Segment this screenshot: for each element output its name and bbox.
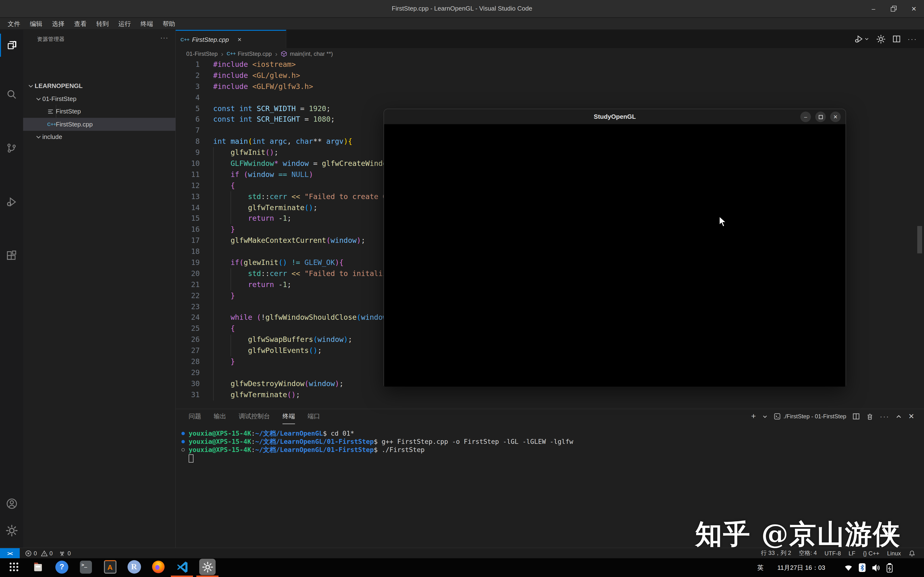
app-grid-icon[interactable]	[7, 560, 21, 574]
code-text	[205, 367, 213, 379]
menu-item[interactable]: 文件	[3, 18, 25, 29]
tree-file-firststep-cpp[interactable]: C++ FirstStep.cpp	[23, 118, 200, 131]
studyopengl-window[interactable]: StudyOpenGL – ✕	[384, 109, 846, 387]
tab-firststep-cpp[interactable]: C++ FirstStep.cpp ×	[176, 30, 286, 48]
run-debug-icon[interactable]	[0, 190, 23, 213]
menu-item[interactable]: 运行	[113, 18, 136, 29]
media-a-app-icon[interactable]: A	[103, 560, 117, 574]
settings-gear-icon[interactable]	[0, 519, 23, 542]
r-app-icon[interactable]: R	[127, 560, 141, 574]
activity-bar	[0, 30, 23, 548]
line-number: 12	[176, 180, 205, 191]
taskbar: ? >_ A R 英 11月27日 16：03	[0, 558, 924, 577]
split-editor-icon[interactable]	[892, 35, 901, 43]
maximize-icon[interactable]	[815, 111, 826, 122]
notifications-bell-icon[interactable]	[909, 550, 915, 556]
menu-item[interactable]: 转到	[91, 18, 113, 29]
menu-item[interactable]: 查看	[69, 18, 91, 29]
editor-scrollbar[interactable]	[917, 226, 922, 253]
tree-file-firststep[interactable]: FirstStep	[23, 105, 200, 118]
code-line[interactable]: 3#include <GLFW/glfw3.h>	[176, 81, 924, 92]
studyopengl-titlebar[interactable]: StudyOpenGL – ✕	[384, 109, 846, 124]
maximize-panel-icon[interactable]	[896, 413, 902, 419]
new-terminal-icon[interactable]: +	[751, 412, 756, 421]
tree-root-learnopengl[interactable]: LEARNOPENGL	[23, 79, 179, 92]
files-app-icon[interactable]	[31, 560, 45, 574]
code-text: }	[205, 356, 235, 367]
search-icon[interactable]	[0, 83, 23, 106]
remote-indicator[interactable]: ><	[0, 548, 20, 558]
breadcrumb: 01-FirstStep › C++ FirstStep.cpp › main(…	[176, 48, 924, 59]
code-text: if(glewInit() != GLEW_OK){	[205, 257, 344, 268]
close-panel-icon[interactable]: ✕	[908, 412, 914, 421]
menu-item[interactable]: 终端	[136, 18, 158, 29]
source-control-icon[interactable]	[0, 137, 23, 160]
minimize-icon[interactable]: –	[863, 0, 884, 17]
breadcrumb-item[interactable]: main(int, char **)	[290, 50, 333, 57]
menu-item[interactable]: 帮助	[158, 18, 180, 29]
menu-item[interactable]: 选择	[47, 18, 69, 29]
close-icon[interactable]: ✕	[830, 111, 841, 122]
input-method-indicator[interactable]: 英	[751, 563, 770, 572]
settings-app-icon[interactable]	[199, 559, 216, 575]
code-line[interactable]: 1#include <iostream>	[176, 59, 924, 70]
more-actions-icon[interactable]: ···	[880, 413, 890, 420]
running-indicator	[171, 575, 193, 577]
close-icon[interactable]: ✕	[904, 0, 924, 17]
firefox-app-icon[interactable]	[151, 560, 165, 574]
error-icon	[25, 550, 32, 556]
battery-icon[interactable]	[886, 563, 893, 572]
help-app-icon[interactable]: ?	[55, 560, 69, 574]
panel-tab-输出[interactable]: 输出	[214, 409, 226, 424]
code-text: glfwInit();	[205, 147, 278, 158]
code-line[interactable]: 31 glfwTerminate();	[176, 389, 924, 400]
run-debug-button[interactable]	[854, 34, 870, 44]
split-terminal-icon[interactable]	[853, 413, 860, 420]
wifi-icon[interactable]	[844, 563, 853, 572]
tree-folder-01-firststep[interactable]: 01-FirstStep	[23, 92, 187, 105]
terminal-session[interactable]: ./FirstStep - 01-FirstStep	[774, 413, 846, 420]
explorer-sidebar: 资源管理器 ··· LEARNOPENGL 01-FirstStep First…	[23, 30, 176, 548]
chevron-down-icon[interactable]	[762, 414, 767, 419]
panel-tab-端口[interactable]: 端口	[307, 409, 320, 424]
breadcrumb-item[interactable]: FirstStep.cpp	[238, 50, 272, 57]
line-number: 10	[176, 158, 205, 169]
kill-terminal-icon[interactable]	[866, 413, 874, 420]
problems-status[interactable]: 0 0	[25, 550, 53, 556]
ports-status[interactable]: 0	[59, 550, 71, 556]
more-actions-icon[interactable]: ···	[908, 35, 917, 43]
code-text: int main(int argc, char** argv){	[205, 136, 352, 147]
tab-close-icon[interactable]: ×	[237, 35, 241, 43]
code-text: std::cerr << "Failed to initalize	[205, 268, 391, 279]
code-text: if (window == NULL)	[205, 169, 313, 180]
code-line[interactable]: 2#include <GL/glew.h>	[176, 70, 924, 81]
panel-tab-问题[interactable]: 问题	[189, 409, 201, 424]
minimize-icon[interactable]: –	[800, 111, 811, 122]
panel-tab-终端[interactable]: 终端	[283, 409, 295, 424]
more-actions-icon[interactable]: ···	[160, 34, 168, 41]
explorer-icon[interactable]	[0, 34, 23, 57]
extensions-icon[interactable]	[0, 244, 23, 268]
terminal-app-icon[interactable]: >_	[79, 560, 93, 574]
sidebar-title: 资源管理器	[37, 35, 65, 43]
clock[interactable]: 11月27日 16：03	[770, 563, 833, 572]
folder-label: include	[42, 133, 62, 140]
panel-tab-调试控制台[interactable]: 调试控制台	[239, 409, 270, 424]
settings-gear-icon[interactable]	[876, 34, 885, 44]
menu-item[interactable]: 编辑	[25, 18, 47, 29]
line-number: 18	[176, 246, 205, 257]
breadcrumb-item[interactable]: 01-FirstStep	[186, 50, 218, 57]
volume-icon[interactable]	[872, 563, 880, 572]
terminal[interactable]: youxia@XPS-15-4K:~/文档/LearnOpenGL$ cd 01…	[181, 429, 573, 463]
code-line[interactable]: 4	[176, 92, 924, 103]
line-number: 1	[176, 59, 205, 70]
titlebar[interactable]: FirstStep.cpp - LearnOpenGL - Visual Stu…	[0, 0, 924, 18]
tree-folder-include[interactable]: include	[23, 130, 187, 143]
terminal-line: youxia@XPS-15-4K:~/文档/LearnOpenGL/01-Fir…	[181, 438, 573, 446]
bluetooth-icon[interactable]	[859, 563, 866, 572]
vscode-app-icon[interactable]	[175, 560, 189, 574]
accounts-icon[interactable]	[0, 492, 23, 515]
indent-guide	[56, 105, 56, 131]
restore-icon[interactable]	[884, 0, 904, 17]
line-number: 22	[176, 290, 205, 301]
